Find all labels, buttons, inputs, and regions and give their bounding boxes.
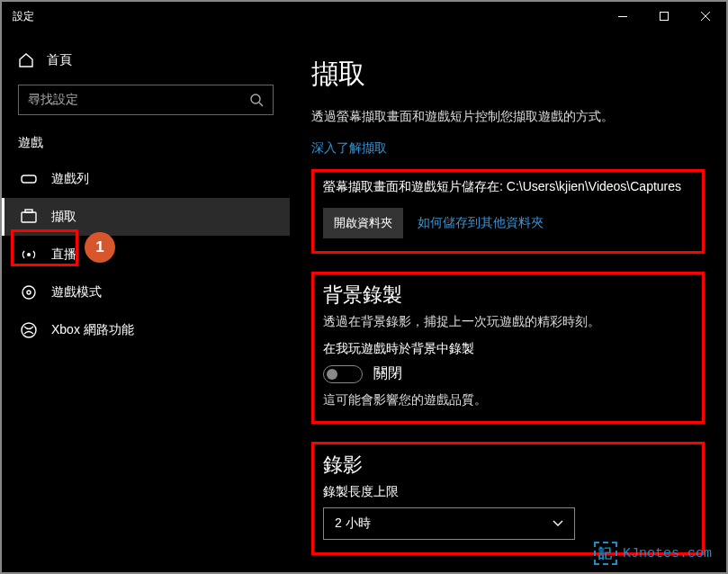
search-icon [249,93,264,107]
annotation-badge: 1 [85,232,115,263]
home-icon [18,52,34,68]
bg-title: 背景錄製 [323,282,693,309]
learn-more-link[interactable]: 深入了解擷取 [311,140,387,155]
svg-point-6 [27,253,31,256]
save-elsewhere-link[interactable]: 如何儲存到其他資料夾 [418,215,544,229]
home-link[interactable]: 首頁 [2,43,290,77]
sidebar-item-gamebar[interactable]: 遊戲列 [2,160,290,198]
save-location-text: 螢幕擷取畫面和遊戲短片儲存在: C:\Users\kjien\Videos\Ca… [323,179,693,195]
minimize-button[interactable] [602,2,643,31]
bg-toggle-state: 關閉 [373,364,402,383]
sidebar-item-label: Xbox 網路功能 [51,322,134,338]
minimize-icon [618,16,627,17]
open-folder-button[interactable]: 開啟資料夾 [323,208,403,238]
maximize-button[interactable] [643,2,685,31]
gamebar-icon [21,171,37,187]
captures-icon [21,209,37,225]
rec-limit-label: 錄製長度上限 [323,484,693,500]
sidebar: 首頁 尋找設定 遊戲 遊戲列 擷取 直播 遊戲模式 [2,31,290,572]
toggle-knob [327,369,337,380]
xbox-icon [21,322,37,338]
titlebar: 設定 [2,2,726,31]
category-label: 遊戲 [2,130,290,160]
sidebar-item-gamemode[interactable]: 遊戲模式 [2,274,290,311]
bg-record-toggle[interactable] [323,365,363,383]
search-placeholder: 尋找設定 [28,92,249,108]
svg-rect-4 [22,212,36,222]
save-location-section: 螢幕擷取畫面和遊戲短片儲存在: C:\Users\kjien\Videos\Ca… [311,169,705,254]
rec-limit-value: 2 小時 [335,516,553,532]
background-recording-section: 背景錄製 透過在背景錄影，捕捉上一次玩遊戲的精彩時刻。 在我玩遊戲時於背景中錄製… [311,272,705,424]
bg-desc: 透過在背景錄影，捕捉上一次玩遊戲的精彩時刻。 [323,314,693,330]
page-title: 擷取 [311,56,705,93]
close-icon [701,12,710,21]
sidebar-item-captures[interactable]: 擷取 [2,198,290,236]
watermark-text: KJnotes.com [623,546,712,561]
sidebar-item-broadcast[interactable]: 直播 [2,236,290,274]
bg-note: 這可能會影響您的遊戲品質。 [323,392,693,408]
svg-rect-3 [22,175,36,183]
close-button[interactable] [685,2,726,31]
home-label: 首頁 [47,52,72,68]
gamemode-icon [21,284,37,300]
watermark-icon: 記 [594,542,617,565]
svg-rect-1 [661,13,669,21]
page-description: 透過螢幕擷取畫面和遊戲短片控制您擷取遊戲的方式。 [311,109,705,125]
svg-point-9 [22,323,36,337]
content-area: 擷取 透過螢幕擷取畫面和遊戲短片控制您擷取遊戲的方式。 深入了解擷取 螢幕擷取畫… [290,31,726,572]
sidebar-item-label: 遊戲模式 [51,284,102,300]
svg-point-2 [251,94,260,103]
maximize-icon [660,12,669,21]
sidebar-item-label: 擷取 [51,209,76,225]
svg-point-7 [22,286,35,299]
bg-toggle-label: 在我玩遊戲時於背景中錄製 [323,341,693,357]
rec-title: 錄影 [323,452,693,479]
rec-limit-dropdown[interactable]: 2 小時 [323,507,575,540]
broadcast-icon [21,247,37,263]
sidebar-item-label: 直播 [51,247,76,263]
sidebar-item-xbox[interactable]: Xbox 網路功能 [2,311,290,349]
window-title: 設定 [13,9,602,24]
recording-section: 錄影 錄製長度上限 2 小時 [311,442,705,555]
svg-rect-0 [618,16,627,17]
svg-point-8 [27,291,31,294]
sidebar-item-label: 遊戲列 [51,171,89,187]
chevron-down-icon [553,520,563,527]
watermark: 記 KJnotes.com [594,542,712,565]
search-input[interactable]: 尋找設定 [18,85,274,115]
svg-rect-5 [25,210,32,212]
